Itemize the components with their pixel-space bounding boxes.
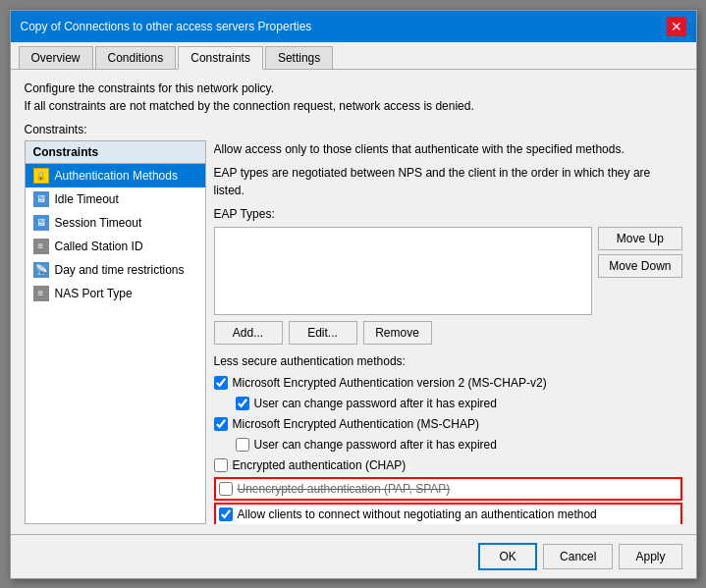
tab-overview[interactable]: Overview xyxy=(19,46,93,69)
sidebar-item-nas-port-type[interactable]: ≡ NAS Port Type xyxy=(26,282,205,305)
constraints-label: Constraints: xyxy=(25,123,682,136)
checkbox-row-chap: Encrypted authentication (CHAP) xyxy=(214,456,682,474)
constraints-list-header: Constraints xyxy=(26,141,205,164)
checkbox-change-pwd1[interactable] xyxy=(236,397,249,410)
description-block: Configure the constraints for this netwo… xyxy=(25,80,682,115)
sidebar-item-authentication-methods[interactable]: 🔒 Authentication Methods xyxy=(26,164,205,187)
checkbox-no-auth-label: Allow clients to connect without negotia… xyxy=(238,506,597,523)
constraints-list: Constraints 🔒 Authentication Methods 🖥 I… xyxy=(25,140,206,524)
auth-icon: 🔒 xyxy=(33,168,49,184)
sidebar-item-label: Day and time restrictions xyxy=(55,263,185,277)
right-panel: Allow access only to those clients that … xyxy=(214,140,682,524)
nas-icon: ≡ xyxy=(33,286,49,301)
title-bar: Copy of Connections to other access serv… xyxy=(11,11,696,42)
add-button[interactable]: Add... xyxy=(214,321,283,345)
right-content: Allow access only to those clients that … xyxy=(214,140,682,524)
checkbox-change-pwd2[interactable] xyxy=(236,438,249,452)
checkbox-row-pap-highlighted: Unencrypted authentication (PAP, SPAP) xyxy=(214,477,682,501)
checkbox-row-no-auth: Allow clients to connect without negotia… xyxy=(214,503,682,524)
checkbox-row-change-pwd1: User can change password after it has ex… xyxy=(236,395,682,412)
remove-button[interactable]: Remove xyxy=(363,321,432,345)
move-down-button[interactable]: Move Down xyxy=(598,254,681,278)
sidebar-item-label: Authentication Methods xyxy=(55,169,178,183)
sidebar-item-label: Called Station ID xyxy=(55,240,143,253)
checkbox-mschapv2[interactable] xyxy=(214,376,228,390)
auth-desc2: EAP types are negotiated between NPS and… xyxy=(214,164,682,199)
tab-bar: Overview Conditions Constraints Settings xyxy=(11,42,696,70)
checkbox-no-auth[interactable] xyxy=(219,508,233,521)
day-icon: 📡 xyxy=(33,262,49,278)
sidebar-item-label: Session Timeout xyxy=(55,216,142,230)
dialog-footer: OK Cancel Apply xyxy=(11,534,696,578)
eap-area: Move Up Move Down xyxy=(214,227,682,315)
session-icon: 🖥 xyxy=(33,215,49,231)
edit-button[interactable]: Edit... xyxy=(289,321,357,345)
apply-button[interactable]: Apply xyxy=(619,544,681,569)
checkbox-mschap[interactable] xyxy=(214,417,228,431)
eap-listbox[interactable] xyxy=(214,227,593,315)
checkbox-change-pwd1-label: User can change password after it has ex… xyxy=(254,395,497,412)
checkbox-pap[interactable] xyxy=(219,482,233,496)
sidebar-item-day-time[interactable]: 📡 Day and time restrictions xyxy=(26,258,205,282)
move-up-button[interactable]: Move Up xyxy=(598,227,681,250)
checkbox-pap-label: Unencrypted authentication (PAP, SPAP) xyxy=(238,480,451,498)
eap-move-buttons: Move Up Move Down xyxy=(598,227,681,315)
sidebar-item-idle-timeout[interactable]: 🖥 Idle Timeout xyxy=(26,187,205,211)
dialog-body: Configure the constraints for this netwo… xyxy=(11,70,696,534)
checkbox-chap-label: Encrypted authentication (CHAP) xyxy=(233,456,407,474)
sidebar-item-called-station-id[interactable]: ≡ Called Station ID xyxy=(26,235,205,258)
checkbox-mschapv2-label: Microsoft Encrypted Authentication versi… xyxy=(233,374,547,392)
close-button[interactable]: ✕ xyxy=(667,17,686,36)
tab-settings[interactable]: Settings xyxy=(265,46,333,69)
content-area: Constraints 🔒 Authentication Methods 🖥 I… xyxy=(25,140,682,524)
ok-button[interactable]: OK xyxy=(478,543,537,570)
checkbox-row-mschap: Microsoft Encrypted Authentication (MS-C… xyxy=(214,415,682,433)
description-line1: Configure the constraints for this netwo… xyxy=(25,80,682,97)
checkbox-change-pwd2-label: User can change password after it has ex… xyxy=(254,436,497,454)
checkbox-chap[interactable] xyxy=(214,458,228,472)
cancel-button[interactable]: Cancel xyxy=(543,544,613,569)
dialog-title: Copy of Connections to other access serv… xyxy=(21,20,312,33)
description-line2: If all constraints are not matched by th… xyxy=(25,97,682,115)
dialog-window: Copy of Connections to other access serv… xyxy=(10,10,697,579)
auth-desc1: Allow access only to those clients that … xyxy=(214,140,682,158)
idle-icon: 🖥 xyxy=(33,191,49,207)
checkbox-mschap-label: Microsoft Encrypted Authentication (MS-C… xyxy=(233,415,479,433)
eap-label: EAP Types: xyxy=(214,205,682,223)
add-edit-remove-buttons: Add... Edit... Remove xyxy=(214,321,682,345)
called-icon: ≡ xyxy=(33,239,49,254)
less-secure-label: Less secure authentication methods: xyxy=(214,352,682,370)
tab-constraints[interactable]: Constraints xyxy=(178,46,263,70)
checkbox-row-change-pwd2: User can change password after it has ex… xyxy=(236,436,682,454)
checkbox-row-mschapv2: Microsoft Encrypted Authentication versi… xyxy=(214,374,682,392)
tab-conditions[interactable]: Conditions xyxy=(95,46,177,69)
sidebar-item-label: NAS Port Type xyxy=(55,287,133,300)
sidebar-item-label: Idle Timeout xyxy=(55,192,119,206)
sidebar-item-session-timeout[interactable]: 🖥 Session Timeout xyxy=(26,211,205,235)
